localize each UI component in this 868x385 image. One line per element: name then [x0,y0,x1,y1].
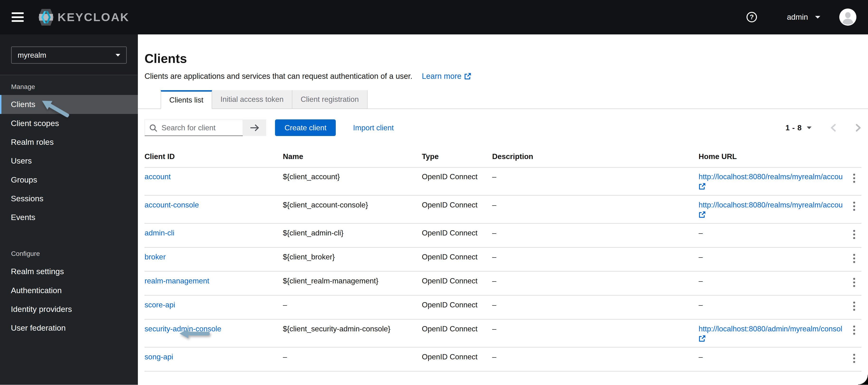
user-menu-dropdown[interactable]: admin [787,12,820,22]
search-icon [150,124,157,134]
client-id-link[interactable]: song-api [145,353,173,361]
help-icon[interactable]: ? [746,12,757,22]
home-url-link[interactable]: http://localhost:8080/realms/myrealm/acc… [699,201,843,209]
sidebar-item-groups[interactable]: Groups [0,170,138,189]
sidebar-item-identity-providers[interactable]: Identity providers [0,300,138,319]
pagination-top: 1 - 8 [785,123,861,132]
client-type: OpenID Connect [422,319,492,347]
hamburger-menu-button[interactable] [12,12,24,22]
learn-more-link[interactable]: Learn more [422,72,471,81]
column-header-name: Name [283,146,422,167]
sidebar-item-users[interactable]: Users [0,151,138,170]
realm-selector[interactable]: myrealm [11,47,127,64]
table-row-account: account ${client_account} OpenID Connect… [145,167,861,195]
kebab-menu-button[interactable] [850,353,858,366]
sidebar-item-events[interactable]: Events [0,208,138,227]
kebab-menu-button[interactable] [850,300,858,314]
clients-table: Client ID Name Type Description Home URL… [145,146,861,372]
main-content: Clients Clients are applications and ser… [138,34,868,385]
client-home-url: http://localhost:8080/realms/myrealm/acc… [699,167,843,195]
pagination-next-button[interactable] [855,124,861,132]
client-id-link[interactable]: realm-management [145,276,209,285]
page-title: Clients [145,51,855,66]
column-header-type: Type [422,146,492,167]
sidebar-item-authentication[interactable]: Authentication [0,281,138,300]
sidebar-item-clients[interactable]: Clients [0,95,138,114]
client-id-link[interactable]: account [145,172,170,181]
avatar[interactable] [839,8,856,26]
sidebar-item-label: Clients [11,100,35,109]
kebab-menu-button[interactable] [850,253,858,266]
import-client-link[interactable]: Import client [353,123,394,132]
create-client-button[interactable]: Create client [275,119,336,136]
chevron-right-icon [855,124,861,132]
screen-corner [858,375,868,385]
table-header-row: Client ID Name Type Description Home URL [145,146,861,167]
client-id-link[interactable]: security-admin-console [145,324,221,333]
sidebar-item-label: User federation [11,323,66,332]
kebab-menu-button[interactable] [850,324,858,338]
page-header: Clients Clients are applications and ser… [138,34,868,81]
search-input[interactable] [145,119,243,136]
page-description: Clients are applications and services th… [145,72,855,81]
client-type: OpenID Connect [422,347,492,371]
tab-client-registration[interactable]: Client registration [292,90,368,109]
sidebar-item-client-scopes[interactable]: Client scopes [0,114,138,133]
kebab-icon [853,278,855,287]
client-type: OpenID Connect [422,271,492,295]
client-home-url: – [699,224,843,247]
client-name: ${client_broker} [283,247,422,271]
column-header-client-id: Client ID [145,146,283,167]
client-home-url: – [699,247,843,271]
client-description: – [492,347,699,371]
pagination-prev-button[interactable] [830,124,836,132]
kebab-icon [853,230,855,239]
client-id-link[interactable]: broker [145,253,166,261]
search-submit-button[interactable] [243,119,266,136]
table-row-song-api: song-api – OpenID Connect – – [145,347,861,371]
chevron-down-icon [807,126,811,129]
sidebar-item-realm-roles[interactable]: Realm roles [0,133,138,151]
kebab-menu-button[interactable] [850,276,858,290]
client-name: – [283,347,422,371]
client-description: – [492,319,699,347]
client-id-link[interactable]: account-console [145,201,199,209]
sidebar-item-label: Authentication [11,286,62,295]
clients-list-panel: Create client Import client 1 - 8 [138,109,868,385]
sidebar-item-realm-settings[interactable]: Realm settings [0,262,138,281]
client-description: – [492,271,699,295]
kebab-icon [853,325,855,335]
home-url-link[interactable]: http://localhost:8080/admin/myrealm/cons… [699,324,843,333]
client-name: ${client_account-console} [283,195,422,224]
kebab-icon [853,354,855,363]
external-link-icon [699,183,706,190]
client-description: – [492,295,699,319]
column-header-home-url: Home URL [699,146,843,167]
tab-clients-list[interactable]: Clients list [161,90,212,109]
username: admin [787,12,808,22]
client-name: ${client_realm-management} [283,271,422,295]
search-box [145,119,243,136]
sidebar-item-sessions[interactable]: Sessions [0,189,138,208]
chevron-down-icon [815,16,820,19]
client-id-link[interactable]: score-api [145,300,175,309]
table-row-realm-management: realm-management ${client_realm-manageme… [145,271,861,295]
home-url-link[interactable]: http://localhost:8080/realms/myrealm/acc… [699,172,843,181]
nav-section-label: Manage [0,78,138,95]
sidebar-item-label: Realm settings [11,267,64,276]
client-name: – [283,295,422,319]
external-link-icon [464,72,471,80]
kebab-menu-button[interactable] [850,172,858,186]
sidebar-item-user-federation[interactable]: User federation [0,319,138,337]
tab-initial-access-token[interactable]: Initial access token [212,90,292,109]
pagination-range-dropdown[interactable]: 1 - 8 [785,123,811,132]
client-name: ${client_account} [283,167,422,195]
kebab-menu-button[interactable] [850,229,858,242]
client-id-link[interactable]: admin-cli [145,229,175,237]
search-group [145,119,266,136]
user-avatar-icon [839,8,856,26]
kebab-menu-button[interactable] [850,201,858,214]
nav-section: Configure Realm settings Authentication … [0,244,138,337]
kebab-icon [853,174,855,183]
brand-text: KEYCLOAK [58,10,129,24]
